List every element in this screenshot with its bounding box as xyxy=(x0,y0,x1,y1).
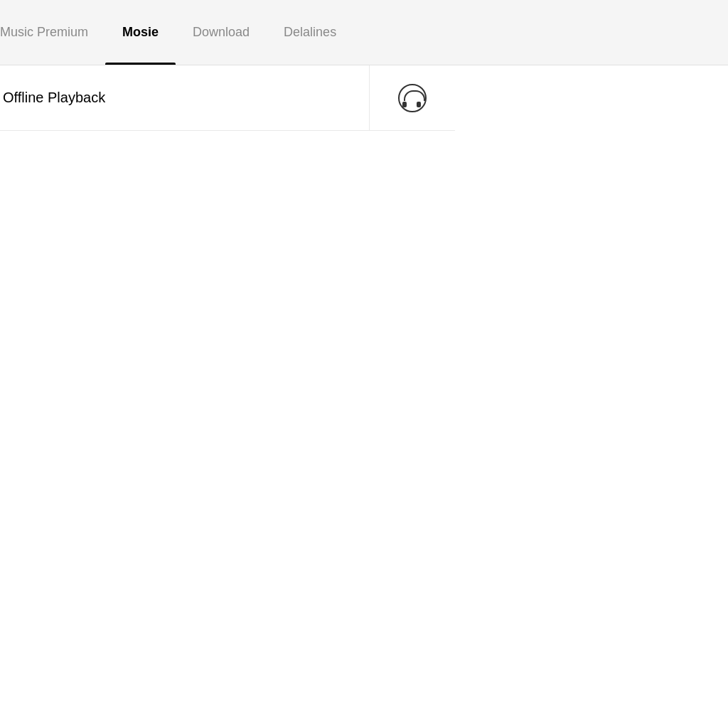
headphone-icon xyxy=(398,84,427,112)
tab-mosie[interactable]: Mosie xyxy=(105,0,176,65)
tab-delalines[interactable]: Delalines xyxy=(267,0,353,65)
tab-bar: Music Premium Mosie Download Delalines xyxy=(0,0,728,65)
tab-download[interactable]: Download xyxy=(176,0,267,65)
offline-playback-row: Offline Playback xyxy=(0,65,455,131)
tab-music-premium[interactable]: Music Premium xyxy=(0,0,105,65)
headphone-icon-cell[interactable] xyxy=(370,65,455,130)
content-area: Offline Playback xyxy=(0,65,728,131)
offline-playback-label: Offline Playback xyxy=(0,65,370,130)
